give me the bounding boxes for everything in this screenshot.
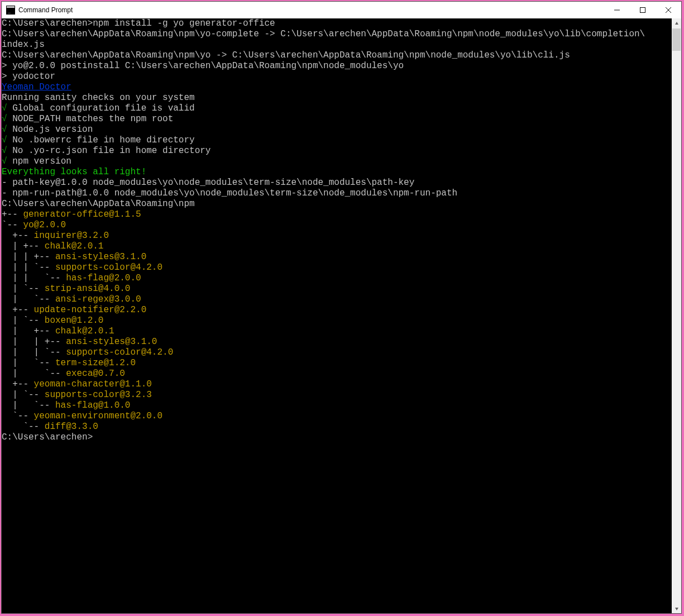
terminal-text: √	[2, 146, 7, 156]
cmd-icon: _	[6, 6, 15, 15]
terminal-text: | `--	[2, 284, 45, 294]
terminal-line: | `-- boxen@1.2.0	[2, 316, 672, 326]
terminal-line: √ Global configuration file is valid	[2, 103, 672, 114]
terminal-line: | | `-- supports-color@4.2.0	[2, 262, 672, 273]
terminal-line: | `-- term-size@1.2.0	[2, 358, 672, 369]
terminal-line: `-- yo@2.0.0	[2, 220, 672, 231]
terminal-text: `--	[2, 422, 45, 432]
terminal-text: `--	[2, 411, 34, 421]
yeoman-doctor-link[interactable]: Yeoman Doctor	[2, 82, 71, 92]
vertical-scrollbar[interactable]	[672, 18, 681, 613]
terminal-text: | +--	[2, 241, 45, 251]
terminal-line: +-- yeoman-character@1.1.0	[2, 379, 672, 390]
maximize-button[interactable]	[630, 2, 656, 18]
terminal-output[interactable]: C:\Users\arechen>npm install -g yo gener…	[2, 18, 672, 613]
terminal-text: | `--	[2, 294, 55, 304]
minimize-button[interactable]	[604, 2, 630, 18]
terminal-text: - npm-run-path@1.0.0 node_modules\yo\nod…	[2, 188, 457, 198]
terminal-line: +-- generator-office@1.1.5	[2, 209, 672, 220]
terminal-line: | `-- has-flag@1.0.0	[2, 400, 672, 411]
terminal-text: has-flag@1.0.0	[55, 400, 130, 410]
svg-marker-7	[675, 22, 678, 25]
terminal-text: C:\Users\arechen\AppData\Roaming\npm\yo …	[2, 50, 570, 60]
terminal-text: chalk@2.0.1	[45, 241, 104, 251]
terminal-text: | | `--	[2, 273, 66, 283]
terminal-text: +--	[2, 209, 23, 219]
window-title: Command Prompt	[18, 6, 73, 14]
terminal-line: `-- diff@3.3.0	[2, 422, 672, 432]
terminal-line: Everything looks all right!	[2, 167, 672, 178]
terminal-text: | | +--	[2, 337, 66, 347]
terminal-line: C:\Users\arechen\AppData\Roaming\npm\yo …	[2, 50, 672, 61]
terminal-text: √	[2, 114, 7, 124]
terminal-text: has-flag@2.0.0	[66, 273, 141, 283]
terminal-line: `-- yeoman-environment@2.0.0	[2, 411, 672, 422]
terminal-text: | +--	[2, 326, 55, 336]
terminal-text: √	[2, 125, 7, 135]
client-area: C:\Users\arechen>npm install -g yo gener…	[2, 18, 681, 613]
terminal-text: | `--	[2, 400, 55, 410]
terminal-line: | `-- ansi-regex@3.0.0	[2, 294, 672, 305]
terminal-text: | `--	[2, 358, 55, 368]
svg-rect-4	[640, 8, 645, 13]
terminal-text: No .yo-rc.json file in home directory	[7, 146, 211, 156]
terminal-text: Global configuration file is valid	[7, 103, 195, 113]
terminal-line: | | +-- ansi-styles@3.1.0	[2, 337, 672, 347]
terminal-text: > yo@2.0.0 postinstall C:\Users\arechen\…	[2, 61, 404, 71]
terminal-text: `--	[2, 220, 23, 230]
terminal-text: ansi-regex@3.0.0	[55, 294, 141, 304]
terminal-text: generator-office@1.1.5	[23, 209, 141, 219]
terminal-line: √ NODE_PATH matches the npm root	[2, 114, 672, 125]
scroll-down-button[interactable]	[672, 604, 681, 613]
terminal-text: C:\Users\arechen\AppData\Roaming\npm	[2, 199, 195, 209]
terminal-text: yeoman-character@1.1.0	[34, 379, 152, 389]
terminal-text: update-notifier@2.2.0	[34, 305, 147, 315]
terminal-line: | `-- supports-color@3.2.3	[2, 390, 672, 400]
terminal-text: npm version	[7, 156, 71, 166]
terminal-text: √	[2, 156, 7, 166]
svg-marker-8	[675, 608, 678, 610]
terminal-line: +-- update-notifier@2.2.0	[2, 305, 672, 316]
terminal-text: - path-key@1.0.0 node_modules\yo\node_mo…	[2, 178, 414, 188]
terminal-text: Node.js version	[7, 125, 93, 135]
scroll-up-button[interactable]	[672, 18, 681, 28]
terminal-text: yeoman-environment@2.0.0	[34, 411, 162, 421]
terminal-text: execa@0.7.0	[66, 369, 125, 379]
terminal-text: index.js	[2, 40, 45, 50]
terminal-line: | | `-- supports-color@4.2.0	[2, 347, 672, 358]
terminal-line: C:\Users\arechen\AppData\Roaming\npm	[2, 199, 672, 209]
terminal-line: | +-- chalk@2.0.1	[2, 241, 672, 252]
scroll-thumb[interactable]	[672, 28, 681, 51]
terminal-text: +--	[2, 305, 34, 315]
terminal-text: +--	[2, 379, 34, 389]
terminal-line: index.js	[2, 40, 672, 50]
terminal-text: √	[2, 103, 7, 113]
terminal-text: > yodoctor	[2, 71, 55, 82]
terminal-text: No .bowerrc file in home directory	[7, 135, 195, 145]
terminal-line: | `-- execa@0.7.0	[2, 369, 672, 379]
terminal-text: Running sanity checks on your system	[2, 93, 195, 103]
terminal-text: | `--	[2, 369, 66, 379]
terminal-line: C:\Users\arechen>npm install -g yo gener…	[2, 18, 672, 29]
terminal-line: | | +-- ansi-styles@3.1.0	[2, 252, 672, 262]
terminal-text: | `--	[2, 316, 45, 326]
terminal-line: | `-- strip-ansi@4.0.0	[2, 284, 672, 294]
close-button[interactable]	[656, 2, 681, 18]
terminal-text: √	[2, 135, 7, 145]
terminal-line: Running sanity checks on your system	[2, 93, 672, 103]
svg-rect-1	[7, 6, 15, 8]
terminal-line: > yodoctor	[2, 71, 672, 82]
terminal-line: √ npm version	[2, 156, 672, 167]
titlebar[interactable]: _ Command Prompt	[2, 2, 681, 18]
terminal-text: boxen@1.2.0	[45, 316, 104, 326]
terminal-line: √ No .yo-rc.json file in home directory	[2, 146, 672, 156]
terminal-line: | | `-- has-flag@2.0.0	[2, 273, 672, 284]
terminal-text: C:\Users\arechen\AppData\Roaming\npm\yo-…	[2, 29, 645, 39]
terminal-text: strip-ansi@4.0.0	[45, 284, 131, 294]
terminal-line: > yo@2.0.0 postinstall C:\Users\arechen\…	[2, 61, 672, 71]
terminal-line: Yeoman Doctor	[2, 82, 672, 93]
terminal-text: diff@3.3.0	[45, 422, 98, 432]
terminal-text: Everything looks all right!	[2, 167, 146, 177]
terminal-line: - path-key@1.0.0 node_modules\yo\node_mo…	[2, 178, 672, 188]
terminal-text: inquirer@3.2.0	[34, 231, 109, 241]
